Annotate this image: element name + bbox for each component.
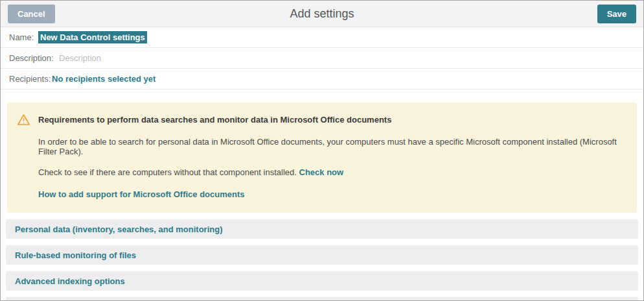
section-rule-based-monitoring[interactable]: Rule-based monitoring of files xyxy=(6,245,638,265)
recipients-row: Recipients: No recipients selected yet xyxy=(1,69,643,90)
cancel-button[interactable]: Cancel xyxy=(8,5,55,23)
office-requirements-warning-panel: Requirements to perform data searches an… xyxy=(7,102,637,213)
section-label: Personal data (inventory, searches, and … xyxy=(15,224,223,234)
recipients-link[interactable]: No recipients selected yet xyxy=(52,74,155,84)
section-label: Rule-based monitoring of files xyxy=(15,250,136,260)
page-title: Add settings xyxy=(290,7,354,21)
recipients-label: Recipients: xyxy=(9,74,52,84)
check-now-link[interactable]: Check now xyxy=(299,167,344,177)
name-row: Name: New Data Control settings xyxy=(1,27,643,48)
warning-paragraph-check: Check to see if there are computers with… xyxy=(17,167,624,177)
warning-triangle-icon xyxy=(17,114,30,126)
warning-check-text: Check to see if there are computers with… xyxy=(38,167,297,177)
warning-paragraph-filter-pack: In order to be able to search for person… xyxy=(17,137,624,156)
office-support-help-link[interactable]: How to add support for Microsoft Office … xyxy=(38,189,245,199)
add-settings-page: Cancel Add settings Save Name: New Data … xyxy=(0,0,644,301)
description-row: Description: xyxy=(1,48,643,69)
save-button[interactable]: Save xyxy=(597,5,636,23)
description-label: Description: xyxy=(9,53,59,63)
section-label: Advanced indexing options xyxy=(15,276,125,286)
section-removable-storage[interactable]: Write to removable storage drives xyxy=(6,297,638,301)
name-label: Name: xyxy=(9,32,38,42)
section-advanced-indexing[interactable]: Advanced indexing options xyxy=(6,271,638,291)
header-bar: Cancel Add settings Save xyxy=(1,1,643,27)
name-input[interactable]: New Data Control settings xyxy=(38,31,147,43)
warning-title: Requirements to perform data searches an… xyxy=(38,115,391,125)
description-input[interactable] xyxy=(59,53,318,63)
section-personal-data[interactable]: Personal data (inventory, searches, and … xyxy=(6,219,638,239)
